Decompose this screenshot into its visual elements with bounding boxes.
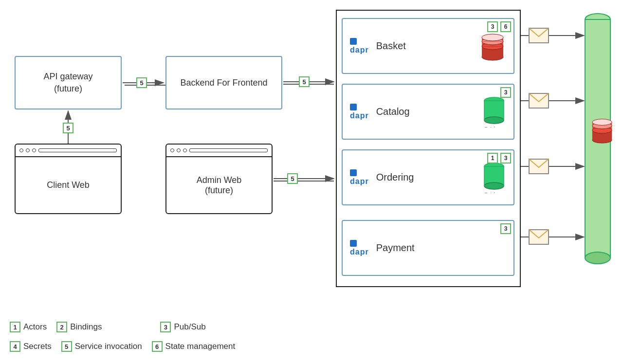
admin-dot2 [177,148,181,152]
admin-address-bar [189,148,268,152]
legend-row-2: 4 Secrets 5 Service invocation 6 State m… [10,341,235,352]
catalog-badge-3: 3 [500,87,511,98]
ordering-service-box: dapr Ordering Database 1 3 [342,149,514,205]
api-gateway-label: API gateway (future) [43,71,92,95]
ordering-badge-3: 3 [500,153,511,164]
legend-bindings: 2 Bindings [56,322,102,332]
basket-badge-6: 6 [500,21,511,32]
svg-text:Database: Database [485,192,504,193]
legend-service-invoc-label: Service invocation [75,342,142,351]
basket-envelope-icon [529,28,549,43]
svg-point-44 [585,252,610,264]
catalog-envelope-icon [529,93,549,109]
browser-bar [16,145,121,157]
badge-admin-to-services: 5 [287,173,298,184]
dapr-square-catalog [350,104,357,110]
catalog-db-icon: Database [482,96,506,127]
badge-api-to-bff: 5 [136,77,147,88]
dapr-text: dapr [350,46,369,55]
payment-service-box: dapr Payment 3 [342,220,514,276]
payment-label: Payment [376,242,506,254]
legend-badge-2: 2 [56,322,67,332]
admin-web-box: Admin Web (future) [165,144,273,214]
payment-envelope-icon [529,229,549,245]
dot3 [32,148,36,152]
api-gateway-line2: (future) [54,84,82,93]
legend-state-mgmt: 6 State management [152,341,236,352]
catalog-service-box: dapr Catalog Database 3 [342,84,514,140]
legend-actors-label: Actors [23,322,47,332]
legend-badge-1: 1 [10,322,20,332]
svg-point-24 [482,34,503,41]
bff-box: Backend For Frontend [165,56,282,109]
services-container: dapr Basket 3 6 [336,10,521,287]
ordering-envelope-icon [529,159,549,174]
dapr-square [350,38,357,45]
legend-pubsub-label: Pub/Sub [174,322,205,332]
dapr-square-ordering [350,169,357,176]
admin-browser-bar [166,145,272,157]
basket-service-box: dapr Basket 3 6 [342,18,514,74]
catalog-db-svg: Database [482,96,506,127]
svg-text:Database: Database [485,126,504,127]
svg-point-53 [592,119,612,126]
dot2 [26,148,30,152]
ordering-dapr-logo: dapr [350,169,369,186]
basket-dapr-logo: dapr [350,38,369,55]
bus-redis-icon [589,117,616,144]
ordering-label: Ordering [376,172,482,183]
legend-row-1: 1 Actors 2 Bindings 3 Pub/Sub [10,322,235,332]
address-bar [38,148,117,152]
admin-dot3 [183,148,187,152]
dot1 [19,148,23,152]
legend-state-mgmt-label: State management [165,342,236,351]
legend-secrets-label: Secrets [23,342,52,351]
legend-service-invoc: 5 Service invocation [61,341,142,352]
catalog-dapr-logo: dapr [350,104,369,120]
client-web-label: Client Web [16,157,121,213]
ordering-db-icon: Database [482,162,506,193]
admin-dot1 [170,148,174,152]
legend-badge-3: 3 [160,322,171,332]
bff-label: Backend For Frontend [180,78,267,88]
legend-secrets: 4 Secrets [10,341,52,352]
ordering-db-svg: Database [482,162,506,193]
client-web-box: Client Web [15,144,122,214]
payment-dapr-logo: dapr [350,240,369,256]
diagram-container: API gateway (future) 5 5 5 5 Client Web … [0,0,623,364]
catalog-label: Catalog [376,106,482,117]
legend-pubsub: 3 Pub/Sub [160,322,205,332]
badge-client-to-api: 5 [63,123,73,133]
api-gateway-line1: API gateway [43,72,92,81]
dapr-text-catalog: dapr [350,111,369,120]
basket-badge-3: 3 [487,21,498,32]
legend-actors: 1 Actors [10,322,47,332]
legend-bindings-label: Bindings [70,322,102,332]
legend: 1 Actors 2 Bindings 3 Pub/Sub 4 Secrets … [10,322,235,352]
ordering-badge-1: 1 [487,153,498,164]
basket-label: Basket [376,40,479,52]
dapr-text-payment: dapr [350,248,369,256]
payment-badge-3: 3 [500,223,511,234]
dapr-text-ordering: dapr [350,177,369,186]
legend-badge-5: 5 [61,341,72,352]
admin-web-label: Admin Web (future) [166,157,272,213]
badge-bff-to-services: 5 [299,76,310,87]
api-gateway-box: API gateway (future) [15,56,122,109]
legend-badge-6: 6 [152,341,163,352]
dapr-square-payment [350,240,357,247]
redis-icon [479,32,506,61]
legend-badge-4: 4 [10,341,20,352]
